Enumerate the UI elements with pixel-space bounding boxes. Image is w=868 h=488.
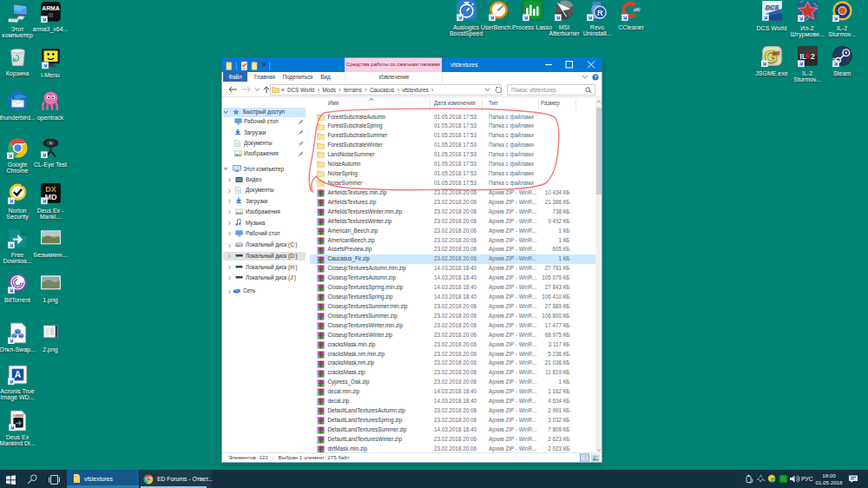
svg-text:A: A xyxy=(14,370,21,379)
svg-text:III: III xyxy=(48,12,53,18)
svg-text:R: R xyxy=(597,9,603,17)
svg-text:DCS: DCS xyxy=(765,3,779,11)
svg-text:ARMA: ARMA xyxy=(42,5,59,11)
svg-text:TORRENT: TORRENT xyxy=(12,414,23,418)
svg-text:2: 2 xyxy=(810,52,814,61)
svg-text:ME: ME xyxy=(773,50,780,56)
